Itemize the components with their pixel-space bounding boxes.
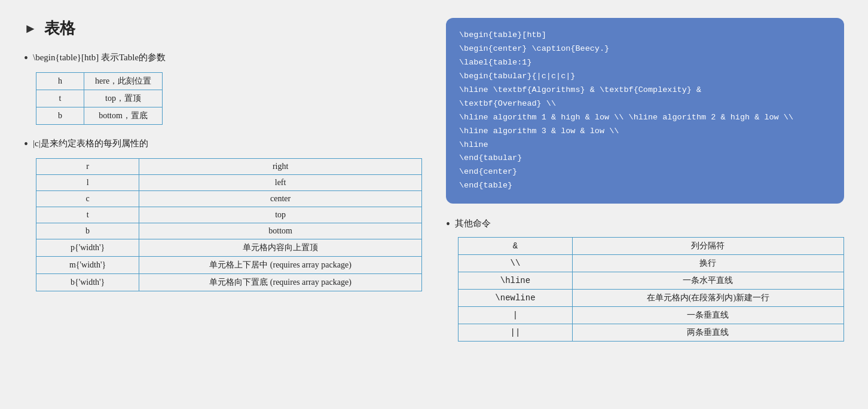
right-column: \begin{table}[htb] \begin{center} \capti… <box>446 18 844 342</box>
page-content: ► 表格 • \begin{table}[htb] 表示Table的参数 h h… <box>24 18 844 342</box>
table-cell: here，此刻位置 <box>84 73 163 90</box>
table-cell: t <box>36 90 84 107</box>
section-title: ► 表格 <box>24 18 422 39</box>
table-cell: top <box>139 207 422 223</box>
table-row: l left <box>36 175 422 191</box>
table-row: b bottom，置底 <box>36 107 163 125</box>
table-cell: bottom，置底 <box>84 107 163 125</box>
code-line: \label{table:1} <box>459 56 831 70</box>
table-cell: center <box>139 191 422 207</box>
table-cell: b <box>36 223 139 239</box>
bullet-text-2: |c|是来约定表格的每列属性的 <box>33 137 148 150</box>
table-row: | 一条垂直线 <box>459 307 844 324</box>
table-cell: 一条垂直线 <box>572 307 843 324</box>
table-cell: 一条水平直线 <box>572 272 843 290</box>
bullet-dot-other: • <box>446 217 450 231</box>
bullet-dot-2: • <box>24 137 28 151</box>
table-cell: left <box>139 175 422 191</box>
table-cell: 单元格内容向上置顶 <box>139 239 422 257</box>
code-line: \end{center} <box>459 165 831 179</box>
left-column: ► 表格 • \begin{table}[htb] 表示Table的参数 h h… <box>24 18 422 342</box>
table-cell: bottom <box>139 223 422 239</box>
table-cell: \\ <box>459 255 573 272</box>
table-cell: & <box>459 238 573 255</box>
code-line: \end{table} <box>459 179 831 193</box>
table-row: \newline 在单元格内(在段落列内)新建一行 <box>459 290 844 307</box>
commands-table: & 列分隔符 \\ 换行 \hline 一条水平直线 \newline 在单元格… <box>458 237 844 342</box>
table-cell: \newline <box>459 290 573 307</box>
table-cell: r <box>36 159 139 175</box>
table-row: \\ 换行 <box>459 255 844 272</box>
table-row: b{'width'} 单元格向下置底 (requires array packa… <box>36 274 422 291</box>
arrow-icon: ► <box>24 21 37 36</box>
bullet-item-other: • 其他命令 <box>446 217 844 231</box>
table-row: t top <box>36 207 422 223</box>
table-row: p{'width'} 单元格内容向上置顶 <box>36 239 422 257</box>
table-cell: 列分隔符 <box>572 238 843 255</box>
code-line: \begin{tabular}{|c|c|c|} <box>459 70 831 84</box>
table-cell: c <box>36 191 139 207</box>
latex-code-block: \begin{table}[htb] \begin{center} \capti… <box>446 18 844 204</box>
table-row: \hline 一条水平直线 <box>459 272 844 290</box>
code-line: \end{tabular} <box>459 152 831 165</box>
code-line: \hline \textbf{Algorithms} & \textbf{Com… <box>459 84 831 97</box>
code-line: \hline algorithm 1 & high & low \\ \hlin… <box>459 111 831 125</box>
table-cell: 单元格向下置底 (requires array package) <box>139 274 422 291</box>
table-cell: || <box>459 324 573 342</box>
bullet-item-2: • |c|是来约定表格的每列属性的 <box>24 137 422 151</box>
table-row: m{'width'} 单元格上下居中 (requires array packa… <box>36 257 422 274</box>
table-cell: 两条垂直线 <box>572 324 843 342</box>
table-htb-params: h here，此刻位置 t top，置顶 b bottom，置底 <box>36 72 163 125</box>
code-line: \textbf{Overhead} \\ <box>459 97 831 111</box>
table-row: h here，此刻位置 <box>36 73 163 90</box>
table-cell: b <box>36 107 84 125</box>
other-commands-label: 其他命令 <box>455 217 491 230</box>
table-row: & 列分隔符 <box>459 238 844 255</box>
code-line: \begin{table}[htb] <box>459 29 831 42</box>
code-line: \hline <box>459 139 831 152</box>
table-cell: right <box>139 159 422 175</box>
table-cell: h <box>36 73 84 90</box>
table-row: b bottom <box>36 223 422 239</box>
table-cell: m{'width'} <box>36 257 139 274</box>
table-cell: | <box>459 307 573 324</box>
bullet-item-1: • \begin{table}[htb] 表示Table的参数 <box>24 51 422 65</box>
table-cell: b{'width'} <box>36 274 139 291</box>
table-cell: t <box>36 207 139 223</box>
table-column-props: r right l left c center t top b bottom <box>36 158 422 291</box>
bullet-dot-1: • <box>24 51 28 65</box>
title-text: 表格 <box>44 18 75 39</box>
table-cell: p{'width'} <box>36 239 139 257</box>
other-commands-section: • 其他命令 & 列分隔符 \\ 换行 \hline 一条水平直线 <box>446 217 844 342</box>
table-cell: 在单元格内(在段落列内)新建一行 <box>572 290 843 307</box>
code-line: \begin{center} \caption{Beecy.} <box>459 42 831 56</box>
table-row: || 两条垂直线 <box>459 324 844 342</box>
table-cell: \hline <box>459 272 573 290</box>
table-cell: 单元格上下居中 (requires array package) <box>139 257 422 274</box>
table-row: t top，置顶 <box>36 90 163 107</box>
bullet-text-1: \begin{table}[htb] 表示Table的参数 <box>33 51 166 64</box>
table-row: c center <box>36 191 422 207</box>
table-row: r right <box>36 159 422 175</box>
table-cell: l <box>36 175 139 191</box>
table-cell: 换行 <box>572 255 843 272</box>
code-line: \hline algorithm 3 & low & low \\ <box>459 125 831 139</box>
table-cell: top，置顶 <box>84 90 163 107</box>
